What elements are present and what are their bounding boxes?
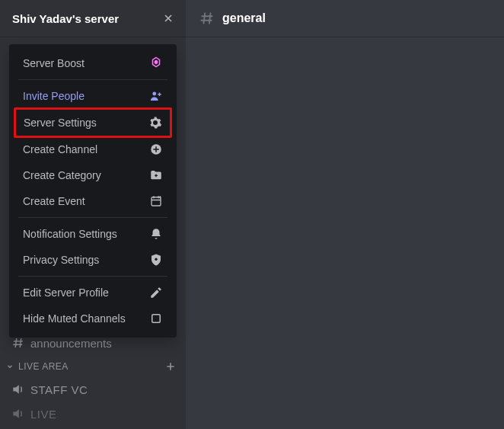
shield-icon [149, 253, 163, 267]
boost-icon [149, 56, 163, 70]
category-label: LIVE AREA [18, 361, 69, 372]
square-icon [149, 312, 163, 325]
sidebar: Shiv Yadav's server Server Boost Invite … [0, 0, 186, 429]
channel-name: general [222, 11, 266, 25]
speaker-icon [11, 406, 26, 421]
voice-label: STAFF VC [30, 383, 88, 396]
menu-create-channel[interactable]: Create Channel [15, 136, 171, 162]
folder-plus-icon [149, 168, 163, 182]
server-header[interactable]: Shiv Yadav's server [0, 0, 186, 37]
menu-hide-muted-channels[interactable]: Hide Muted Channels [15, 306, 171, 331]
sidebar-lower: announcements LIVE AREA STAFF VC [0, 330, 186, 429]
menu-invite-people[interactable]: Invite People [15, 83, 171, 109]
menu-edit-server-profile[interactable]: Edit Server Profile [15, 280, 171, 306]
speaker-icon [11, 382, 26, 397]
menu-create-category[interactable]: Create Category [15, 162, 171, 188]
highlight-server-settings: Server Settings [14, 107, 172, 138]
menu-create-event[interactable]: Create Event [15, 188, 171, 214]
svg-rect-2 [152, 197, 161, 206]
category-live-area[interactable]: LIVE AREA [0, 356, 186, 377]
menu-separator [18, 276, 167, 277]
voice-label: LIVE [30, 408, 57, 421]
svg-rect-4 [152, 315, 161, 323]
server-dropdown-menu: Server Boost Invite People Server Settin… [9, 44, 177, 338]
svg-point-0 [152, 92, 156, 96]
chevron-down-icon [6, 363, 14, 370]
bell-icon [149, 227, 163, 241]
invite-icon [149, 89, 163, 103]
channel-header: general [186, 0, 504, 37]
voice-staff-vc[interactable]: STAFF VC [0, 377, 186, 402]
add-channel-icon[interactable] [164, 360, 177, 373]
hash-icon [198, 10, 216, 27]
menu-server-settings[interactable]: Server Settings [16, 110, 170, 136]
hash-icon [11, 336, 26, 350]
svg-point-3 [155, 258, 157, 261]
menu-separator [18, 79, 167, 80]
menu-separator [18, 217, 167, 218]
gear-icon [148, 116, 162, 130]
pencil-icon [149, 286, 163, 299]
message-area [186, 37, 504, 429]
voice-live[interactable]: LIVE [0, 402, 186, 426]
close-icon[interactable] [161, 11, 175, 25]
calendar-plus-icon [149, 194, 163, 208]
plus-circle-icon [149, 142, 163, 156]
menu-privacy-settings[interactable]: Privacy Settings [15, 247, 171, 273]
main-panel: general [186, 0, 504, 429]
channel-label: announcements [30, 337, 112, 350]
server-name: Shiv Yadav's server [12, 12, 161, 25]
menu-server-boost[interactable]: Server Boost [15, 50, 171, 76]
menu-notification-settings[interactable]: Notification Settings [15, 221, 171, 247]
